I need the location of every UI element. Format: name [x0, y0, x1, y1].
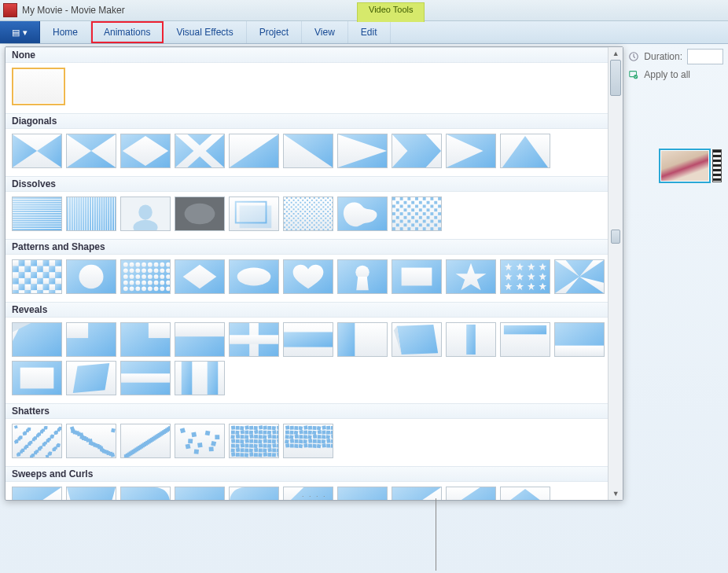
- svg-rect-274: [434, 216, 437, 219]
- transition-sw-diamond-wide[interactable]: [500, 487, 550, 500]
- transition-pat-checker[interactable]: [12, 259, 62, 294]
- duration-input[interactable]: [687, 49, 723, 64]
- svg-rect-301: [50, 260, 56, 266]
- transition-diag-tri-up[interactable]: [500, 134, 550, 168]
- transition-rev-rect-middle[interactable]: [283, 322, 333, 357]
- transition-rev-flip-page[interactable]: [392, 322, 442, 357]
- tab-visual_effects[interactable]: Visual Effects: [164, 21, 246, 43]
- contextual-tab-video-tools[interactable]: Video Tools: [357, 2, 425, 22]
- transition-rev-bar-bottom[interactable]: [554, 322, 605, 357]
- transition-sw-trapezoid[interactable]: [66, 487, 116, 500]
- scroll-thumb[interactable]: [610, 60, 621, 96]
- tab-project[interactable]: Project: [247, 21, 302, 43]
- transition-pat-diamond[interactable]: [175, 259, 225, 294]
- transition-shat-diag[interactable]: [120, 424, 171, 458]
- transition-rev-white-center[interactable]: [12, 361, 62, 395]
- transition-diag-chevron-right[interactable]: [446, 134, 496, 168]
- transition-shat-grid-a[interactable]: [229, 424, 279, 458]
- transition-diag-tri-bl[interactable]: [283, 134, 333, 168]
- transition-diag-bowtie-narrow[interactable]: [66, 134, 116, 168]
- tab-animations[interactable]: Animations: [91, 21, 164, 43]
- svg-rect-315: [37, 272, 43, 278]
- tab-edit[interactable]: Edit: [348, 21, 391, 43]
- svg-rect-302: [55, 260, 61, 266]
- transition-diss-lines-v[interactable]: [66, 197, 116, 231]
- svg-rect-307: [37, 266, 43, 273]
- transition-pat-star[interactable]: [446, 259, 496, 294]
- transition-pat-wheel[interactable]: [554, 259, 605, 294]
- transition-sw-wedge-bottom[interactable]: [337, 487, 388, 500]
- transition-diag-arrow-right[interactable]: [392, 134, 442, 168]
- svg-rect-133: [325, 208, 326, 210]
- svg-rect-112: [329, 204, 331, 206]
- transition-diss-splotch[interactable]: [337, 197, 388, 231]
- svg-rect-110: [321, 204, 322, 206]
- transition-pat-circle[interactable]: [66, 259, 116, 294]
- transition-pat-rect[interactable]: [392, 259, 442, 294]
- transition-shat-sparse[interactable]: [66, 424, 116, 458]
- svg-rect-204: [300, 224, 301, 226]
- transition-diag-bowtie[interactable]: [12, 134, 62, 168]
- transition-none-blank[interactable]: [12, 68, 65, 105]
- transition-diss-blur-person[interactable]: [120, 197, 171, 231]
- transition-sw-curl-tl[interactable]: [229, 487, 279, 500]
- svg-rect-97: [314, 202, 315, 204]
- transition-pat-heart[interactable]: [283, 259, 333, 294]
- transition-rev-bar-top[interactable]: [500, 322, 550, 357]
- transition-shat-few[interactable]: [175, 424, 225, 458]
- clip-thumbnail[interactable]: [659, 149, 711, 183]
- transition-rev-rect-top[interactable]: [175, 322, 225, 357]
- svg-rect-145: [332, 211, 333, 212]
- transition-rev-cross[interactable]: [229, 322, 279, 357]
- transition-pat-stars-grid[interactable]: [500, 259, 550, 294]
- transition-rev-page-corner[interactable]: [12, 322, 62, 357]
- svg-rect-316: [43, 272, 50, 278]
- transition-sw-tri-large[interactable]: [12, 487, 62, 500]
- transition-pat-oval[interactable]: [229, 259, 279, 294]
- transition-rev-gap-h[interactable]: [120, 361, 171, 395]
- timeline-clip[interactable]: [659, 148, 722, 184]
- scroll-down-icon[interactable]: ▼: [609, 487, 623, 500]
- transition-rev-bars-v[interactable]: [175, 361, 225, 395]
- transition-shat-dense[interactable]: [12, 424, 62, 458]
- svg-rect-101: [332, 202, 333, 204]
- svg-rect-102: [284, 204, 285, 206]
- transition-sw-curl-tr[interactable]: [120, 487, 171, 500]
- transition-sw-wedge-tl[interactable]: [446, 487, 496, 500]
- transition-diag-tri-right[interactable]: [337, 134, 388, 168]
- svg-rect-213: [289, 226, 290, 228]
- svg-rect-127: [297, 208, 299, 210]
- transition-sw-wedge-right[interactable]: [392, 487, 442, 500]
- tab-home[interactable]: Home: [40, 21, 91, 43]
- transition-sw-curl-br[interactable]: [175, 487, 225, 500]
- transition-pat-dots[interactable]: [120, 259, 171, 294]
- transition-diss-blur-dark[interactable]: [175, 197, 225, 231]
- transition-pat-keyhole[interactable]: [337, 259, 388, 294]
- transition-rev-rect-tr[interactable]: [120, 322, 171, 357]
- transition-rev-stripe-v[interactable]: [446, 322, 496, 357]
- resize-grip-icon[interactable]: . . . .: [302, 490, 327, 498]
- tab-view[interactable]: View: [302, 21, 348, 43]
- transition-diss-checker-dense[interactable]: [392, 197, 442, 231]
- gallery-scrollbar[interactable]: ▲ ▼: [608, 47, 623, 500]
- playhead-line[interactable]: [436, 498, 436, 571]
- transition-diag-diamond[interactable]: [120, 134, 171, 168]
- transition-diss-rects-stack[interactable]: [229, 197, 279, 231]
- scroll-nub[interactable]: [611, 230, 620, 244]
- file-menu[interactable]: ▤ ▾: [0, 21, 40, 43]
- transition-rev-rect-tl[interactable]: [66, 322, 116, 357]
- transition-rev-col-left[interactable]: [337, 322, 388, 357]
- transition-rev-rotated-rect[interactable]: [66, 361, 116, 395]
- scroll-up-icon[interactable]: ▲: [609, 47, 623, 60]
- transition-diag-x-cross[interactable]: [175, 134, 225, 168]
- svg-rect-615: [245, 435, 248, 439]
- svg-rect-513: [34, 451, 37, 454]
- transition-diss-pixelate[interactable]: [283, 197, 333, 231]
- transition-diag-tri-tl[interactable]: [229, 134, 279, 168]
- svg-rect-686: [318, 430, 322, 434]
- transition-shat-grid-b[interactable]: [283, 424, 333, 458]
- svg-rect-26: [13, 204, 61, 204]
- svg-rect-69: [286, 197, 288, 199]
- transition-diss-lines-h[interactable]: [12, 197, 62, 231]
- apply-all-row[interactable]: Apply to all: [628, 69, 723, 80]
